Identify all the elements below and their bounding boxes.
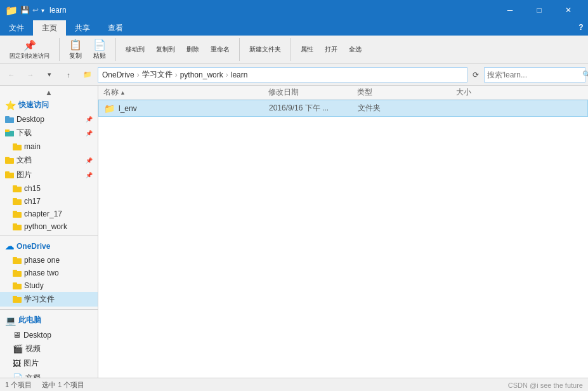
titlebar-quick-icons: 📁 💾 ↩ ▾ [5,4,44,17]
sidebar-item-label: 视频 [25,343,41,354]
sidebar-item-study[interactable]: Study [0,279,98,292]
item-count: 1 个项目 [5,380,32,390]
folder-icon [13,296,22,303]
sidebar: ▲ ⭐ 快速访问 Desktop 📌 下载 📌 main [0,86,98,378]
close-button[interactable]: ✕ [554,0,583,20]
desktop-icon: 🖥 [13,330,21,340]
pc-label: 此电脑 [18,315,41,326]
paste-button[interactable]: 📄 粘贴 [89,37,110,62]
open-button[interactable]: 打开 [320,43,342,56]
forward-button[interactable]: → [22,67,39,83]
search-box[interactable]: 🔍 [484,67,585,83]
tab-home[interactable]: 主页 [33,20,66,36]
dropdown-nav-button[interactable]: ▾ [41,67,58,83]
paste-icon: 📄 [93,39,106,51]
copy-to-button[interactable]: 复制到 [152,43,180,56]
crumb-learn[interactable]: learn [231,70,248,79]
sidebar-item-label: Desktop [16,115,44,124]
sidebar-scroll-up[interactable]: ▲ [0,88,98,97]
crumb-xuexiwenjian[interactable]: 学习文件 [142,69,173,80]
open-label: 打开 [325,45,337,54]
copy-icon: 📋 [69,39,82,51]
copy-to-label: 复制到 [156,45,175,54]
properties-button[interactable]: 属性 [296,43,318,56]
quick-access-label: 快速访问 [18,100,49,110]
undo-icon[interactable]: ↩ [32,6,39,15]
window-controls: ─ □ ✕ [495,0,583,20]
sort-arrow: ▲ [120,89,126,96]
sidebar-item-pc-desktop[interactable]: 🖥 Desktop [0,328,98,341]
sidebar-item-downloads[interactable]: 下载 📌 [0,126,98,140]
pin-indicator: 📌 [86,116,93,123]
sidebar-item-xuexiwenjian[interactable]: 学习文件 [0,292,98,307]
sidebar-item-ch15[interactable]: ch15 [0,182,98,195]
folder-icon [13,143,22,150]
window-title: learn [49,6,495,15]
dropdown-arrow-icon[interactable]: ▾ [41,7,44,14]
onedrive-section[interactable]: ☁ OneDrive [0,239,98,254]
sidebar-item-pictures[interactable]: 图片 📌 [0,168,98,182]
pc-section[interactable]: 💻 此电脑 [0,312,98,328]
col-header-type[interactable]: 类型 [357,87,421,98]
help-button[interactable]: ? [574,20,588,34]
back-button[interactable]: ← [3,67,20,83]
selected-count: 选中 1 个项目 [42,380,84,390]
file-cell-name: 📁 l_env [104,103,269,114]
save-icon[interactable]: 💾 [20,6,30,15]
address-bar: ← → ▾ ↑ 📁 OneDrive › 学习文件 › python_work … [0,64,588,86]
col-header-name[interactable]: 名称 ▲ [103,87,268,98]
sidebar-item-pc-pictures[interactable]: 🖼 图片 [0,356,98,371]
sidebar-item-pythonwork[interactable]: python_work [0,220,98,233]
new-folder-button[interactable]: 新建文件夹 [245,43,285,56]
sidebar-item-desktop[interactable]: Desktop 📌 [0,113,98,126]
refresh-button[interactable]: ⟳ [469,68,483,82]
search-input[interactable] [487,70,582,79]
minimize-button[interactable]: ─ [495,0,525,20]
sidebar-item-pc-docs[interactable]: 📄 文档 [0,371,98,378]
rename-button[interactable]: 重命名 [206,43,234,56]
sidebar-item-chapter17[interactable]: chapter_17 [0,208,98,220]
sidebar-item-phase-two[interactable]: phase two [0,267,98,279]
paste-label: 粘贴 [93,51,106,60]
statusbar: 1 个项目 选中 1 个项目 CSDN @i see the future [0,378,588,391]
sidebar-item-main[interactable]: main [0,140,98,153]
folder-icon [13,282,22,289]
sidebar-item-label: 文档 [25,373,41,378]
file-cell-type: 文件夹 [358,103,421,114]
main-layout: ▲ ⭐ 快速访问 Desktop 📌 下载 📌 main [0,86,588,378]
file-row[interactable]: 📁 l_env 2016/9/16 下午 ... 文件夹 [98,100,588,117]
file-name: l_env [119,104,137,113]
sidebar-item-ch17[interactable]: ch17 [0,195,98,208]
col-header-date[interactable]: 修改日期 [268,87,357,98]
tab-file[interactable]: 文件 [0,20,33,36]
pin-indicator: 📌 [86,172,93,178]
sidebar-item-video[interactable]: 🎬 视频 [0,341,98,356]
watermark: CSDN @i see the future [508,381,583,389]
address-path[interactable]: OneDrive › 学习文件 › python_work › learn [98,67,467,83]
crumb-onedrive[interactable]: OneDrive [102,70,134,79]
tab-share[interactable]: 共享 [66,20,99,36]
crumb-python-work[interactable]: python_work [180,70,223,79]
sidebar-item-docs[interactable]: 文档 📌 [0,153,98,168]
sidebar-item-label: chapter_17 [24,209,62,218]
sidebar-item-phase-one[interactable]: phase one [0,254,98,267]
up-button[interactable]: ↑ [60,67,77,83]
folder-icon [13,185,22,192]
copy-button[interactable]: 📋 复制 [65,37,86,62]
sidebar-item-label: ch17 [24,197,41,206]
ribbon-tab-bar: 文件 主页 共享 查看 ? [0,20,588,36]
quick-access-section[interactable]: ⭐ 快速访问 [0,97,98,113]
sidebar-item-label: Study [24,281,44,290]
column-header: 名称 ▲ 修改日期 类型 大小 [98,86,588,100]
maximize-button[interactable]: □ [525,0,554,20]
col-header-size[interactable]: 大小 [421,87,471,98]
ribbon-content: 📌 固定到快速访问 📋 复制 📄 粘贴 移动到 复制到 删除 重命名 新建文件夹 [0,36,588,63]
docs-icon: 📄 [13,373,23,378]
delete-button[interactable]: 删除 [182,43,204,56]
select-all-button[interactable]: 全选 [344,43,366,56]
move-to-button[interactable]: 移动到 [121,43,149,56]
sidebar-item-label: 下载 [16,128,32,138]
pin-to-quick-access-button[interactable]: 📌 固定到快速访问 [5,37,54,62]
pin-icon: 📌 [23,39,36,51]
tab-view[interactable]: 查看 [99,20,132,36]
